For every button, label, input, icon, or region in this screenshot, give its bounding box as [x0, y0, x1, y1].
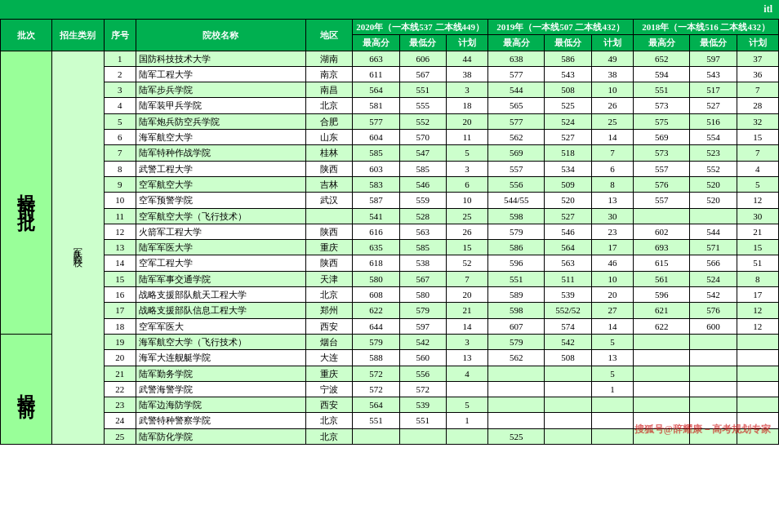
- cell-y2018plan: 15: [737, 130, 778, 145]
- cell-y2020min: 580: [399, 287, 446, 303]
- top-bar: itl: [0, 0, 779, 19]
- cell-y2018plan: 12: [737, 318, 778, 334]
- cell-y2019plan: 17: [591, 240, 633, 255]
- cell-y2020max: 583: [353, 176, 399, 192]
- cell-y2019plan: 26: [591, 98, 633, 113]
- cell-y2018max: 622: [634, 318, 690, 334]
- cell-y2019plan: [591, 428, 633, 444]
- cell-xuhao: 8: [104, 161, 136, 176]
- cell-y2020max: 572: [353, 381, 399, 397]
- cell-y2019plan: 6: [591, 161, 633, 176]
- table-row: 14空军工程大学陕西618538525965634661556651: [1, 255, 779, 271]
- cell-y2018max: 573: [634, 145, 690, 161]
- cell-y2018plan: 51: [737, 255, 778, 271]
- cell-y2018plan: 7: [737, 82, 778, 98]
- cell-y2019max: 577: [488, 113, 545, 129]
- table-row: 17战略支援部队信息工程大学郑州62257921598552/522762157…: [1, 303, 779, 318]
- cell-school-name: 陆军特种作战学院: [136, 145, 305, 161]
- cell-y2019min: 563: [545, 255, 591, 271]
- cell-y2018max: [634, 208, 690, 224]
- cell-y2020min: 552: [399, 113, 446, 129]
- cell-y2020min: 551: [399, 82, 446, 98]
- table-row: 7陆军特种作战学院桂林585547556951875735237: [1, 145, 779, 161]
- table-row: 15陆军军事交通学院天津5805677551511105615248: [1, 271, 779, 286]
- cell-y2020min: 570: [399, 130, 446, 145]
- cell-school-name: 空军预警学院: [136, 193, 305, 208]
- header-2020-min: 最低分: [399, 35, 446, 51]
- cell-school-name: 火箭军工程大学: [136, 224, 305, 239]
- cell-y2019plan: 30: [591, 208, 633, 224]
- cell-y2018max: [634, 413, 690, 428]
- cell-y2020plan: 1: [446, 413, 487, 428]
- cell-y2020min: 572: [399, 381, 446, 397]
- table-row: 24武警特种警察学院北京5515511: [1, 413, 779, 428]
- table-row: 8武警工程大学陕西603585355753465575524: [1, 161, 779, 176]
- cell-y2018min: [690, 208, 737, 224]
- cell-y2020max: 622: [353, 303, 399, 318]
- cell-school-name: 战略支援部队信息工程大学: [136, 303, 305, 318]
- cell-diqu: 陕西: [305, 224, 352, 239]
- cell-y2019max: [488, 366, 545, 381]
- cell-y2020min: [399, 428, 446, 444]
- header-pici: 批次: [1, 20, 52, 51]
- table-row: 22武警海警学院宁波5725721: [1, 381, 779, 397]
- cell-diqu: 大连: [305, 350, 352, 366]
- cell-y2018plan: 5: [737, 176, 778, 192]
- cell-y2020plan: 4: [446, 366, 487, 381]
- cell-y2018max: [634, 366, 690, 381]
- cell-school-name: 武警特种警察学院: [136, 413, 305, 428]
- cell-y2020min: 528: [399, 208, 446, 224]
- cell-y2018max: [634, 381, 690, 397]
- cell-y2019plan: 14: [591, 318, 633, 334]
- cell-y2019min: 546: [545, 224, 591, 239]
- cell-y2020max: 587: [353, 193, 399, 208]
- cell-y2018plan: 32: [737, 113, 778, 129]
- cell-y2019min: [545, 413, 591, 428]
- header-2020-plan: 计划: [446, 35, 487, 51]
- cell-y2019max: 607: [488, 318, 545, 334]
- cell-xuhao: 16: [104, 287, 136, 303]
- cell-y2019plan: 13: [591, 350, 633, 366]
- header-2018-plan: 计划: [737, 35, 778, 51]
- cell-y2020min: 555: [399, 98, 446, 113]
- cell-diqu: 南京: [305, 66, 352, 82]
- cell-y2018min: 516: [690, 113, 737, 129]
- cell-xuhao: 7: [104, 145, 136, 161]
- table-row: 5陆军炮兵防空兵学院合肥577552205775242557551632: [1, 113, 779, 129]
- cell-y2020min: 563: [399, 224, 446, 239]
- cell-xuhao: 25: [104, 428, 136, 444]
- cell-y2018max: 615: [634, 255, 690, 271]
- cell-y2019min: 552/52: [545, 303, 591, 318]
- cell-y2018min: [690, 428, 737, 444]
- cell-y2018max: 596: [634, 287, 690, 303]
- cell-y2020max: 608: [353, 287, 399, 303]
- table-row: 11空军航空大学（飞行技术）541528255985273030: [1, 208, 779, 224]
- cell-xuhao: 14: [104, 255, 136, 271]
- cell-y2018min: 566: [690, 255, 737, 271]
- cell-xuhao: 20: [104, 350, 136, 366]
- cell-y2019min: 542: [545, 334, 591, 349]
- cell-y2019max: [488, 381, 545, 397]
- cell-y2018plan: 7: [737, 145, 778, 161]
- cell-y2019min: 534: [545, 161, 591, 176]
- header-2019: 2019年（一本线507 二本线432）: [488, 20, 634, 35]
- cell-y2019min: 520: [545, 193, 591, 208]
- cell-y2020max: 564: [353, 82, 399, 98]
- cell-diqu: [305, 208, 352, 224]
- cell-y2020min: 585: [399, 161, 446, 176]
- cell-xuhao: 11: [104, 208, 136, 224]
- cell-diqu: 重庆: [305, 240, 352, 255]
- cell-y2020max: 581: [353, 98, 399, 113]
- cell-y2020min: 585: [399, 240, 446, 255]
- cell-y2019min: 527: [545, 130, 591, 145]
- cell-y2019min: 509: [545, 176, 591, 192]
- cell-y2018max: 594: [634, 66, 690, 82]
- cell-y2020max: 541: [353, 208, 399, 224]
- cell-y2019max: 598: [488, 208, 545, 224]
- cell-y2018plan: 17: [737, 287, 778, 303]
- cell-y2018max: 693: [634, 240, 690, 255]
- cell-y2020plan: 13: [446, 350, 487, 366]
- cell-y2020min: 567: [399, 66, 446, 82]
- cell-y2020plan: 15: [446, 240, 487, 255]
- cell-y2018plan: [737, 397, 778, 413]
